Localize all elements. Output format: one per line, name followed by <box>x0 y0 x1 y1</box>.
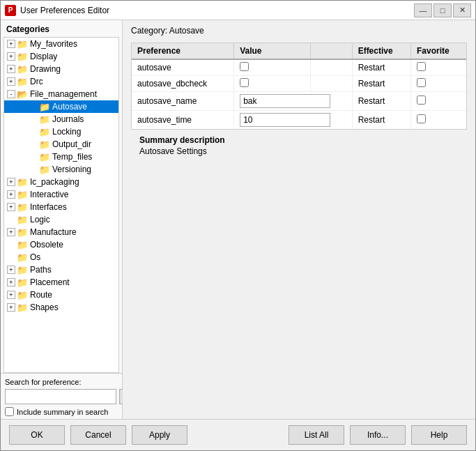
folder-icon: 📁 <box>39 114 50 125</box>
folder-icon: 📁 <box>17 202 28 213</box>
folder-icon: 📁 <box>17 227 28 238</box>
tree-item-logic[interactable]: 📁 Logic <box>4 213 118 226</box>
pref-favorite <box>410 111 466 130</box>
tree-item-output_dir[interactable]: 📁 Output_dir <box>4 138 118 151</box>
folder-icon: 📁 <box>17 52 28 62</box>
col-preference: Preference <box>132 43 234 59</box>
folder-icon: 📁 <box>17 240 28 250</box>
table-row: autosave_time Restart <box>132 111 466 130</box>
include-summary-label: Include summary in search <box>17 408 108 416</box>
expand-file_management[interactable]: - <box>7 90 15 98</box>
autosave-dbcheck-checkbox[interactable] <box>240 78 249 87</box>
autosave-name-input[interactable] <box>240 94 330 108</box>
folder-icon: 📁 <box>39 102 50 112</box>
info-button[interactable]: Info... <box>350 425 406 445</box>
tree-container[interactable]: + 📁 My_favorites + 📁 Display + 📁 Dr <box>3 37 119 373</box>
expand-route[interactable]: + <box>7 291 15 299</box>
tree-item-temp_files[interactable]: 📁 Temp_files <box>4 151 118 163</box>
col-effective: Effective <box>352 43 410 59</box>
autosave-time-input[interactable] <box>240 113 330 127</box>
include-summary-checkbox[interactable] <box>5 407 14 416</box>
folder-open-icon: 📂 <box>17 89 28 100</box>
tree-item-journals[interactable]: 📁 Journals <box>4 113 118 125</box>
autosave-time-favorite-checkbox[interactable] <box>417 114 426 123</box>
tree-item-os[interactable]: 📁 Os <box>4 251 118 263</box>
ok-button[interactable]: OK <box>9 425 65 445</box>
tree-label: Autosave <box>52 102 87 112</box>
close-button[interactable]: ✕ <box>453 3 471 17</box>
tree-item-interactive[interactable]: + 📁 Interactive <box>4 188 118 201</box>
preferences-table: Preference Value Effective Favorite auto… <box>131 43 467 130</box>
tree-item-versioning[interactable]: 📁 Versioning <box>4 163 118 176</box>
minimize-button[interactable]: — <box>414 3 432 17</box>
bottom-left-buttons: OK Cancel Apply <box>9 425 187 445</box>
expand-my_favorites[interactable]: + <box>7 40 15 48</box>
list-all-button[interactable]: List All <box>289 425 344 445</box>
folder-icon: 📁 <box>17 64 28 75</box>
tree-label: File_management <box>30 89 97 99</box>
tree-item-ic_packaging[interactable]: + 📁 Ic_packaging <box>4 176 118 188</box>
autosave-favorite-checkbox[interactable] <box>417 62 426 71</box>
expand-ic_packaging[interactable]: + <box>7 178 15 186</box>
tree-item-drc[interactable]: + 📁 Drc <box>4 75 118 88</box>
tree-item-route[interactable]: + 📁 Route <box>4 289 118 301</box>
summary-title: Summary description <box>139 135 459 145</box>
right-panel: Category: Autosave Preference Value Effe… <box>123 20 475 419</box>
expand-interfaces[interactable]: + <box>7 203 15 211</box>
expand-interactive[interactable]: + <box>7 190 15 199</box>
folder-icon: 📁 <box>39 127 50 137</box>
pref-value-cell <box>234 76 310 92</box>
main-content: Categories + 📁 My_favorites + 📁 Display <box>1 20 475 419</box>
tree-item-display[interactable]: + 📁 Display <box>4 50 118 63</box>
cancel-button[interactable]: Cancel <box>70 425 126 445</box>
autosave-checkbox[interactable] <box>240 62 249 71</box>
tree-item-drawing[interactable]: + 📁 Drawing <box>4 63 118 75</box>
pref-name: autosave_time <box>132 111 234 130</box>
window-body: Categories + 📁 My_favorites + 📁 Display <box>1 20 475 450</box>
expand-placement[interactable]: + <box>7 278 15 286</box>
window-title: User Preferences Editor <box>20 6 410 15</box>
pref-spacer <box>310 76 352 92</box>
table-row: autosave Restart <box>132 59 466 76</box>
tree-label: Versioning <box>52 165 91 174</box>
expand-display[interactable]: + <box>7 52 15 61</box>
pref-effective: Restart <box>352 111 410 130</box>
maximize-button[interactable]: □ <box>433 3 452 17</box>
tree-label: Drawing <box>30 64 61 74</box>
tree-item-manufacture[interactable]: + 📁 Manufacture <box>4 226 118 238</box>
folder-icon: 📁 <box>17 77 28 87</box>
tree-item-paths[interactable]: + 📁 Paths <box>4 263 118 276</box>
tree-label: Paths <box>30 265 52 275</box>
tree-item-interfaces[interactable]: + 📁 Interfaces <box>4 201 118 213</box>
tree-item-my_favorites[interactable]: + 📁 My_favorites <box>4 38 118 50</box>
summary-section: Summary description Autosave Settings <box>131 130 467 159</box>
tree-item-obsolete[interactable]: 📁 Obsolete <box>4 238 118 251</box>
expand-drc[interactable]: + <box>7 77 15 86</box>
tree-item-autosave[interactable]: 📁 Autosave <box>4 100 118 113</box>
autosave-name-favorite-checkbox[interactable] <box>417 95 426 105</box>
pref-name: autosave <box>132 59 234 76</box>
search-input[interactable] <box>5 389 116 404</box>
help-button[interactable]: Help <box>411 425 467 445</box>
expand-manufacture[interactable]: + <box>7 228 15 236</box>
expand-shapes[interactable]: + <box>7 303 15 312</box>
tree-item-shapes[interactable]: + 📁 Shapes <box>4 301 118 314</box>
app-icon: P <box>5 5 16 16</box>
categories-label: Categories <box>1 20 122 37</box>
expand-drawing[interactable]: + <box>7 65 15 73</box>
pref-favorite <box>410 92 466 111</box>
folder-icon: 📁 <box>17 303 28 313</box>
tree-item-placement[interactable]: + 📁 Placement <box>4 276 118 289</box>
autosave-dbcheck-favorite-checkbox[interactable] <box>417 78 426 87</box>
expand-paths[interactable]: + <box>7 266 15 274</box>
tree-item-locking[interactable]: 📁 Locking <box>4 125 118 138</box>
folder-icon: 📁 <box>17 252 28 263</box>
tree-label: Locking <box>52 127 81 137</box>
tree-label: Interactive <box>30 190 68 199</box>
tree-label: Manufacture <box>30 227 77 237</box>
folder-icon: 📁 <box>17 39 28 49</box>
search-row: Search <box>5 389 118 404</box>
tree-item-file_management[interactable]: - 📂 File_management <box>4 88 118 100</box>
apply-button[interactable]: Apply <box>132 425 187 445</box>
pref-effective: Restart <box>352 92 410 111</box>
